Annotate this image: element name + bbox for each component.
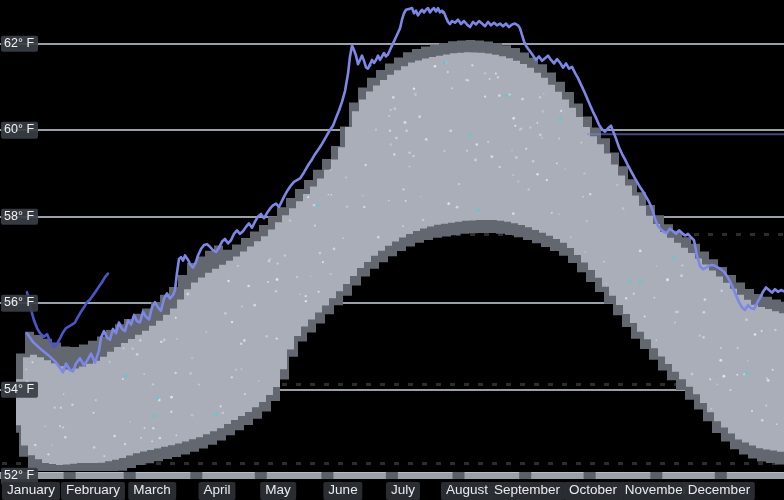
- month-label: October: [564, 482, 622, 500]
- month-label: August: [441, 482, 493, 500]
- y-axis-label: 56° F: [1, 295, 38, 312]
- y-axis-label: 58° F: [1, 208, 38, 225]
- chart-canvas[interactable]: [0, 0, 784, 500]
- temperature-chart: 62° F60° F58° F56° F54° F52° FJanuaryFeb…: [0, 0, 784, 500]
- month-label: February: [61, 482, 125, 500]
- month-label: December: [683, 482, 755, 500]
- y-axis-label: 60° F: [1, 122, 38, 139]
- month-label: March: [128, 482, 176, 500]
- month-label: July: [386, 482, 420, 500]
- y-axis-label: 54° F: [1, 381, 38, 398]
- y-axis-label: 62° F: [1, 35, 38, 52]
- month-label: November: [620, 482, 692, 500]
- month-label: May: [260, 482, 296, 500]
- month-label: September: [489, 482, 565, 500]
- month-label: January: [2, 482, 60, 500]
- month-label: June: [323, 482, 362, 500]
- month-label: April: [198, 482, 235, 500]
